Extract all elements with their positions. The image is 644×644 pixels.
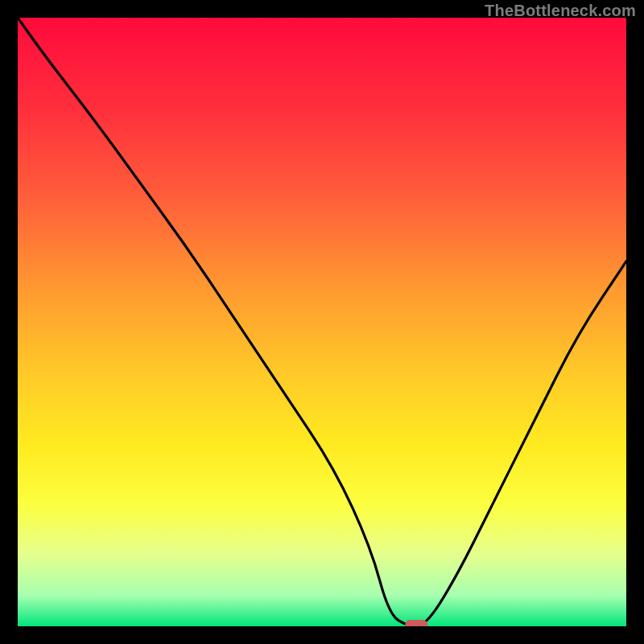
chart-frame: TheBottleneck.com <box>0 0 644 644</box>
chart-svg <box>18 18 626 626</box>
chart-plot-area <box>18 18 626 626</box>
chart-gradient-background <box>18 18 626 626</box>
optimal-marker <box>405 620 427 626</box>
attribution-text: TheBottleneck.com <box>485 2 636 20</box>
